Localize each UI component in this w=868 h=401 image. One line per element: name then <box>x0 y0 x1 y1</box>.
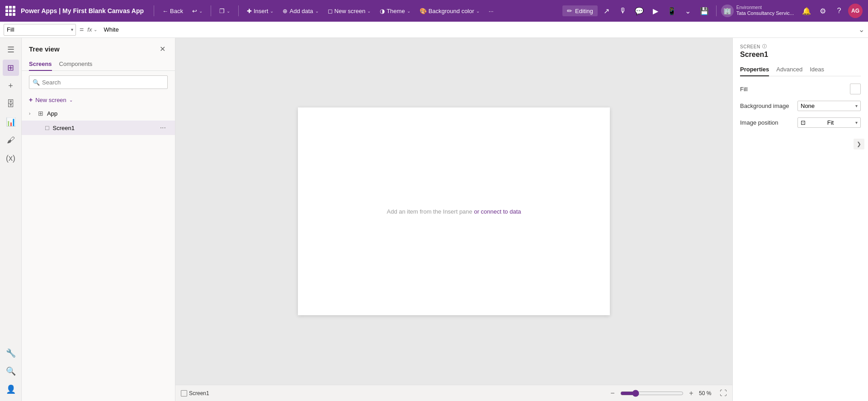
tree-tabs: Screens Components <box>22 58 175 71</box>
separator4 <box>716 5 717 16</box>
canvas-screen[interactable]: Add an item from the Insert pane or conn… <box>298 107 610 315</box>
environment-box: 🏢 Environment Tata Consultancy Servic... <box>721 5 794 17</box>
separator3 <box>238 5 239 16</box>
user-icon-button[interactable]: 👤 <box>3 381 19 397</box>
fullscreen-icon[interactable]: ⛶ <box>720 389 727 397</box>
help-button[interactable]: ? <box>832 4 846 18</box>
top-bar: Power Apps | My First Blank Canvas App ←… <box>0 0 868 22</box>
tree-item-app[interactable]: › ⊞ App <box>22 106 175 121</box>
brush-button[interactable]: 🖌 <box>3 132 19 148</box>
prop-row-image-position: Image position ⊡ Fit ▾ <box>740 117 861 128</box>
share-button[interactable]: ↗ <box>599 4 614 18</box>
fill-label: Fill <box>740 86 748 93</box>
insert-chevron-icon: ⌄ <box>270 9 274 14</box>
zoom-out-button[interactable]: − <box>608 388 618 398</box>
insert-button[interactable]: ✚ Insert ⌄ <box>243 6 278 16</box>
environment-name: Tata Consultancy Servic... <box>736 10 794 16</box>
comment-icon: 💬 <box>635 7 644 15</box>
formula-input[interactable] <box>101 24 855 36</box>
icon-bar: ☰ ⊞ + 🗄 📊 🖌 (x) 🔧 🔍 👤 <box>0 38 22 401</box>
wrench-icon: 🔧 <box>6 348 16 358</box>
insert-icon-button[interactable]: + <box>3 78 19 94</box>
undo-icon: ↩ <box>192 8 197 14</box>
fill-value <box>850 84 861 94</box>
variable-button[interactable]: (x) <box>3 150 19 166</box>
device-button[interactable]: 📱 <box>665 4 679 18</box>
play-button[interactable]: ▶ <box>648 4 663 18</box>
add-data-button[interactable]: ⊕ Add data ⌄ <box>279 6 322 16</box>
property-select[interactable]: Fill <box>4 24 76 36</box>
new-screen-chevron-icon: ⌄ <box>69 98 73 103</box>
bg-image-dropdown[interactable]: None ▾ <box>797 101 861 111</box>
settings-button[interactable]: ⚙ <box>816 4 830 18</box>
bell-button[interactable]: 🔔 <box>799 4 814 18</box>
fx-expand-icon[interactable]: ⌄ <box>94 27 97 32</box>
data-button[interactable]: 🗄 <box>3 96 19 112</box>
tree-panel: Tree view ✕ Screens Components 🔍 + New s… <box>22 38 175 401</box>
more-button[interactable]: ··· <box>485 6 497 16</box>
bg-image-label: Background image <box>740 103 789 109</box>
mic-icon: 🎙 <box>619 7 627 15</box>
share-icon: ↗ <box>604 7 609 15</box>
hamburger-button[interactable]: ☰ <box>3 42 19 58</box>
search-icon: 🔍 <box>6 366 16 376</box>
save-button[interactable]: 💾 <box>697 4 712 18</box>
formula-bar: Fill ▾ = fx ⌄ ⌄ <box>0 22 868 38</box>
right-tabs: Properties Advanced Ideas <box>740 63 861 76</box>
search-icon: 🔍 <box>33 79 40 86</box>
comment-button[interactable]: 💬 <box>632 4 646 18</box>
search-input[interactable] <box>29 75 168 89</box>
avatar[interactable]: AG <box>848 4 863 18</box>
expander-icon: › <box>29 111 36 116</box>
layers-icon: ⊞ <box>7 63 14 73</box>
zoom-in-button[interactable]: + <box>686 388 696 398</box>
color-swatch[interactable] <box>850 84 861 94</box>
gear-icon: ⚙ <box>820 7 826 15</box>
tab-screens[interactable]: Screens <box>29 58 52 71</box>
fit-icon: ⊡ <box>801 119 806 126</box>
chevron-button[interactable]: ⌄ <box>681 4 695 18</box>
app-title: Power Apps | My First Blank Canvas App <box>21 7 144 14</box>
copy-button[interactable]: ❐ ⌄ <box>216 6 234 16</box>
new-screen-tree-button[interactable]: + New screen ⌄ <box>22 93 175 106</box>
tab-components[interactable]: Components <box>59 58 93 71</box>
main-layout: ☰ ⊞ + 🗄 📊 🖌 (x) 🔧 🔍 👤 <box>0 38 868 401</box>
back-button[interactable]: ← Back <box>159 6 187 16</box>
add-data-chevron-icon: ⌄ <box>315 9 319 14</box>
plus-icon: + <box>29 96 33 103</box>
connect-data-link[interactable]: or connect to data <box>474 208 521 215</box>
image-position-dropdown[interactable]: ⊡ Fit ▾ <box>797 117 861 128</box>
tab-ideas[interactable]: Ideas <box>810 63 824 76</box>
more-button[interactable]: ··· <box>158 123 168 133</box>
tab-properties[interactable]: Properties <box>740 63 769 76</box>
screen-name: Screen1 <box>740 51 861 59</box>
editing-button[interactable]: ✏ Editing <box>562 5 598 16</box>
new-screen-button[interactable]: ◻ New screen ⌄ <box>324 6 375 16</box>
collapse-right-panel-button[interactable]: ❯ <box>854 139 864 149</box>
theme-icon: ◑ <box>380 8 385 14</box>
chart-button[interactable]: 📊 <box>3 114 19 130</box>
canvas-hint: Add an item from the Insert pane or conn… <box>387 208 521 215</box>
search-icon-button[interactable]: 🔍 <box>3 363 19 379</box>
undo-button[interactable]: ↩ ⌄ <box>189 6 206 16</box>
device-icon: 📱 <box>667 7 676 15</box>
formula-expand-icon[interactable]: ⌄ <box>859 25 864 34</box>
back-icon: ← <box>162 8 168 14</box>
plus-icon: + <box>8 81 13 91</box>
info-icon: ⓘ <box>762 43 767 50</box>
mic-button[interactable]: 🎙 <box>616 4 630 18</box>
theme-button[interactable]: ◑ Theme ⌄ <box>376 6 414 16</box>
add-data-icon: ⊕ <box>283 8 288 14</box>
close-button[interactable]: ✕ <box>157 43 168 54</box>
background-color-button[interactable]: 🎨 Background color ⌄ <box>416 6 483 16</box>
zoom-slider[interactable] <box>620 390 684 397</box>
tree-view-button[interactable]: ⊞ <box>3 60 19 76</box>
tree-item-screen1[interactable]: □ Screen1 ··· <box>22 121 175 135</box>
tab-advanced[interactable]: Advanced <box>776 63 802 76</box>
chart-icon: 📊 <box>6 117 16 127</box>
screen-label: Screen1 <box>189 390 209 396</box>
wrench-button[interactable]: 🔧 <box>3 345 19 361</box>
database-icon: 🗄 <box>7 99 15 109</box>
user-icon: 👤 <box>6 384 16 394</box>
copy-icon: ❐ <box>219 8 225 14</box>
